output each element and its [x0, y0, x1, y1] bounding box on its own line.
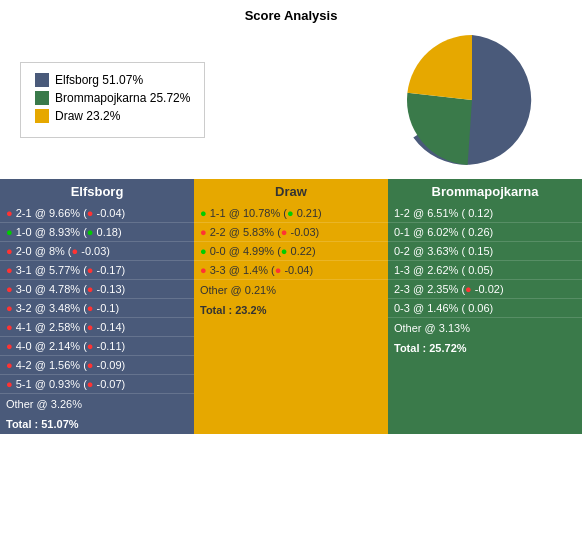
- brommapojkarna-column: Brommapojkarna 1-2 @ 6.51% ( 0.12) 0-1 @…: [388, 179, 582, 434]
- brommapojkarna-header: Brommapojkarna: [388, 179, 582, 204]
- table-row: ● 3-2 @ 3.48% (● -0.1): [0, 299, 194, 318]
- legend-item-elfsborg: Elfsborg 51.07%: [35, 73, 190, 87]
- table-row: 0-1 @ 6.02% ( 0.26): [388, 223, 582, 242]
- top-section: Elfsborg 51.07% Brommapojkarna 25.72% Dr…: [0, 27, 582, 177]
- brommapojkarna-other: Other @ 3.13%: [388, 318, 582, 338]
- table-row: ● 2-1 @ 9.66% (● -0.04): [0, 204, 194, 223]
- draw-header: Draw: [194, 179, 388, 204]
- table-row: ● 5-1 @ 0.93% (● -0.07): [0, 375, 194, 394]
- draw-total: Total : 23.2%: [194, 300, 388, 320]
- brommapojkarna-total: Total : 25.72%: [388, 338, 582, 358]
- table-row: ● 3-0 @ 4.78% (● -0.13): [0, 280, 194, 299]
- table-row: ● 3-3 @ 1.4% (● -0.04): [194, 261, 388, 280]
- pie-chart: [382, 30, 562, 170]
- page-title: Score Analysis: [0, 0, 582, 27]
- elfsborg-other: Other @ 3.26%: [0, 394, 194, 414]
- draw-other: Other @ 0.21%: [194, 280, 388, 300]
- draw-column: Draw ● 1-1 @ 10.78% (● 0.21) ● 2-2 @ 5.8…: [194, 179, 388, 434]
- draw-slice: [407, 35, 472, 100]
- elfsborg-header: Elfsborg: [0, 179, 194, 204]
- table-row: 0-3 @ 1.46% ( 0.06): [388, 299, 582, 318]
- table-row: ● 4-2 @ 1.56% (● -0.09): [0, 356, 194, 375]
- elfsborg-color: [35, 73, 49, 87]
- elfsborg-label: Elfsborg 51.07%: [55, 73, 143, 87]
- table-row: 2-3 @ 2.35% (● -0.02): [388, 280, 582, 299]
- table-row: ● 2-2 @ 5.83% (● -0.03): [194, 223, 388, 242]
- table-row: 1-3 @ 2.62% ( 0.05): [388, 261, 582, 280]
- brommapojkarna-slice: [407, 93, 472, 165]
- score-table: Elfsborg ● 2-1 @ 9.66% (● -0.04) ● 1-0 @…: [0, 177, 582, 434]
- table-row: ● 1-0 @ 8.93% (● 0.18): [0, 223, 194, 242]
- elfsborg-total: Total : 51.07%: [0, 414, 194, 434]
- draw-color: [35, 109, 49, 123]
- table-row: ● 0-0 @ 4.99% (● 0.22): [194, 242, 388, 261]
- legend-item-draw: Draw 23.2%: [35, 109, 190, 123]
- table-row: ● 4-1 @ 2.58% (● -0.14): [0, 318, 194, 337]
- table-row: ● 3-1 @ 5.77% (● -0.17): [0, 261, 194, 280]
- elfsborg-column: Elfsborg ● 2-1 @ 9.66% (● -0.04) ● 1-0 @…: [0, 179, 194, 434]
- legend-item-brommapojkarna: Brommapojkarna 25.72%: [35, 91, 190, 105]
- legend-box: Elfsborg 51.07% Brommapojkarna 25.72% Dr…: [20, 62, 205, 138]
- table-row: 1-2 @ 6.51% ( 0.12): [388, 204, 582, 223]
- table-row: ● 2-0 @ 8% (● -0.03): [0, 242, 194, 261]
- table-row: ● 1-1 @ 10.78% (● 0.21): [194, 204, 388, 223]
- table-row: 0-2 @ 3.63% ( 0.15): [388, 242, 582, 261]
- table-row: ● 4-0 @ 2.14% (● -0.11): [0, 337, 194, 356]
- draw-label: Draw 23.2%: [55, 109, 120, 123]
- brommapojkarna-color: [35, 91, 49, 105]
- brommapojkarna-label: Brommapojkarna 25.72%: [55, 91, 190, 105]
- pie-svg: [392, 30, 552, 170]
